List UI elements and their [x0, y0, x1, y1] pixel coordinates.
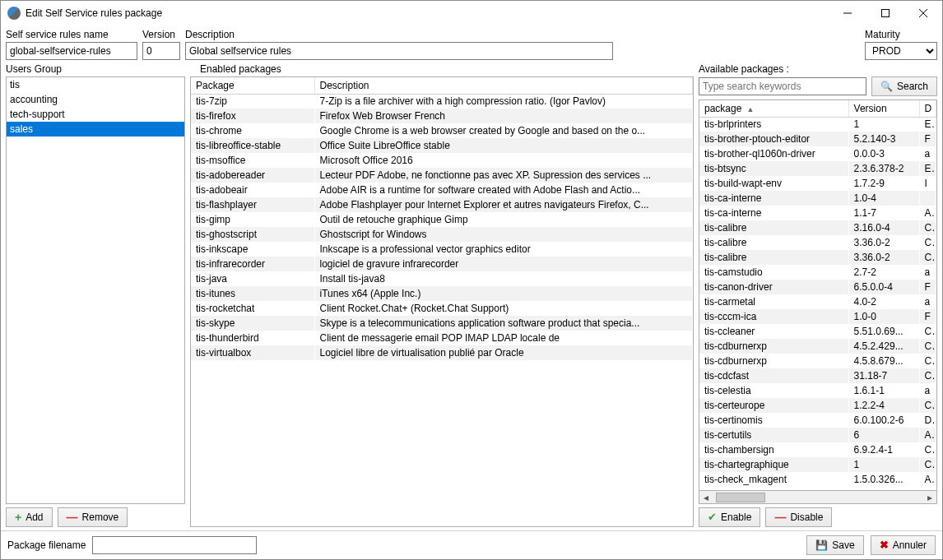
version-label: Version: [142, 29, 180, 40]
header-fields: Self service rules name Version Descript…: [1, 25, 942, 62]
table-row[interactable]: tis-check_mkagent1.5.0.326...A: [699, 472, 936, 487]
enabled-packages-label: Enabled packages: [190, 62, 694, 76]
maturity-select[interactable]: PROD: [865, 42, 937, 60]
table-row[interactable]: tis-certutils6A: [699, 428, 936, 442]
table-row[interactable]: tis-celestia1.6.1-1a: [699, 383, 936, 398]
col-avail-version[interactable]: Version: [848, 100, 919, 117]
footer: Package filename 💾 Save ✖ Annuler: [1, 530, 942, 559]
table-row[interactable]: tis-brother-ptouch-editor5.2.140-3F: [699, 132, 936, 146]
table-row[interactable]: tis-calibre3.16.0-4C: [699, 220, 936, 235]
name-label: Self service rules name: [6, 29, 137, 40]
scroll-right-icon[interactable]: ▸: [923, 492, 936, 503]
table-row[interactable]: tis-7zip7-Zip is a file archiver with a …: [191, 94, 693, 109]
table-row[interactable]: tis-msofficeMicrosoft Office 2016: [191, 153, 693, 168]
check-icon: ✔: [708, 513, 717, 521]
table-row[interactable]: tis-calibre3.36.0-2C: [699, 235, 936, 250]
table-row[interactable]: tis-virtualboxLogiciel libre de virtuali…: [191, 345, 693, 360]
table-row[interactable]: tis-cccm-ica1.0-0F: [699, 309, 936, 324]
table-row[interactable]: tis-javaInstall tis-java8: [191, 271, 693, 286]
table-row[interactable]: tis-ccleaner5.51.0.69...C: [699, 324, 936, 339]
table-row[interactable]: tis-rocketchatClient Rocket.Chat+ (Rocke…: [191, 301, 693, 316]
table-row[interactable]: tis-canon-driver6.5.0.0-4F: [699, 280, 936, 294]
table-row[interactable]: tis-build-wapt-env1.7.2-9I: [699, 176, 936, 191]
table-row[interactable]: tis-certeurope1.2.2-4C: [699, 398, 936, 413]
plus-icon: +: [15, 513, 21, 521]
maximize-button[interactable]: [866, 1, 904, 25]
svg-rect-1: [882, 10, 890, 17]
table-row[interactable]: tis-chromeGoogle Chrome is a web browser…: [191, 123, 693, 138]
col-avail-d[interactable]: D: [919, 100, 936, 117]
col-package[interactable]: Package: [191, 77, 314, 94]
add-button[interactable]: + Add: [6, 507, 53, 527]
table-row[interactable]: tis-inkscapeInkscape is a professional v…: [191, 242, 693, 257]
table-row[interactable]: tis-cdcfast31.18-7C: [699, 368, 936, 383]
table-row[interactable]: tis-thunderbirdClient de messagerie emai…: [191, 331, 693, 345]
table-row[interactable]: tis-chambersign6.9.2.4-1C: [699, 442, 936, 457]
save-icon: 💾: [815, 541, 828, 549]
minus-icon: —: [67, 513, 78, 521]
available-packages-table[interactable]: package Version D tis-brlprinters1Etis-b…: [699, 100, 937, 491]
table-row[interactable]: tis-chartegraphique1C: [699, 457, 936, 472]
table-row[interactable]: tis-ca-interne1.0-4: [699, 191, 936, 206]
table-row[interactable]: tis-calibre3.36.0-2C: [699, 250, 936, 265]
disable-button[interactable]: — Disable: [765, 507, 832, 527]
table-row[interactable]: tis-ca-interne1.1-7A: [699, 206, 936, 220]
maturity-label: Maturity: [865, 29, 937, 40]
users-group-label: Users Group: [6, 62, 185, 76]
table-row[interactable]: tis-adobereaderLecteur PDF Adobe, ne fon…: [191, 168, 693, 183]
users-group-item[interactable]: sales: [7, 122, 184, 137]
table-row[interactable]: tis-carmetal4.0-2a: [699, 294, 936, 309]
minimize-button[interactable]: [829, 1, 866, 25]
users-group-item[interactable]: accounting: [7, 92, 184, 107]
name-input[interactable]: [6, 42, 137, 60]
table-row[interactable]: tis-firefoxFirefox Web Browser French: [191, 109, 693, 123]
table-row[interactable]: tis-cdburnerxp4.5.8.679...C: [699, 354, 936, 368]
search-icon: 🔍: [880, 82, 893, 90]
app-icon: [7, 7, 21, 20]
table-row[interactable]: tis-brother-ql1060n-driver0.0.0-3a: [699, 146, 936, 161]
scroll-thumb[interactable]: [716, 493, 765, 502]
save-button[interactable]: 💾 Save: [806, 535, 863, 555]
description-input[interactable]: [185, 42, 613, 60]
users-group-item[interactable]: tech-support: [7, 107, 184, 122]
enabled-packages-table[interactable]: Package Description tis-7zip7-Zip is a f…: [190, 76, 694, 527]
available-packages-label: Available packages :: [699, 62, 937, 76]
users-group-item[interactable]: tis: [7, 77, 184, 92]
table-row[interactable]: tis-infrarecorderlogiciel de gravure inf…: [191, 257, 693, 271]
table-row[interactable]: tis-itunesiTunes x64 (Apple Inc.): [191, 286, 693, 301]
col-avail-package[interactable]: package: [699, 100, 848, 117]
cancel-icon: ✖: [880, 541, 889, 549]
table-row[interactable]: tis-ghostscriptGhostscript for Windows: [191, 227, 693, 242]
horizontal-scrollbar[interactable]: ◂ ▸: [699, 491, 937, 504]
table-row[interactable]: tis-certinomis6.0.100.2-6D: [699, 413, 936, 428]
table-row[interactable]: tis-flashplayerAdobe Flashplayer pour In…: [191, 197, 693, 212]
version-input[interactable]: [142, 42, 180, 60]
users-group-list[interactable]: tisaccountingtech-supportsales: [6, 76, 185, 504]
table-row[interactable]: tis-libreoffice-stableOffice Suite Libre…: [191, 138, 693, 153]
window-title: Edit Self Service rules package: [26, 7, 162, 19]
table-row[interactable]: tis-gimpOutil de retouche graphique Gimp: [191, 212, 693, 227]
table-row[interactable]: tis-cdburnerxp4.5.2.429...C: [699, 339, 936, 354]
package-filename-label: Package filename: [7, 539, 86, 551]
col-description[interactable]: Description: [314, 77, 693, 94]
titlebar: Edit Self Service rules package: [1, 1, 942, 25]
table-row[interactable]: tis-brlprinters1E: [699, 117, 936, 132]
enable-button[interactable]: ✔ Enable: [699, 507, 760, 527]
table-row[interactable]: tis-btsync2.3.6.378-2E: [699, 161, 936, 176]
table-row[interactable]: tis-camstudio2.7-2a: [699, 265, 936, 280]
search-button[interactable]: 🔍 Search: [871, 76, 937, 96]
table-row[interactable]: tis-skypeSkype is a telecommunications a…: [191, 316, 693, 331]
remove-button[interactable]: — Remove: [58, 507, 128, 527]
description-label: Description: [185, 29, 613, 40]
table-row[interactable]: tis-adobeairAdobe AIR is a runtime for s…: [191, 183, 693, 197]
cancel-button[interactable]: ✖ Annuler: [871, 535, 936, 555]
package-filename-input[interactable]: [92, 536, 257, 554]
search-input[interactable]: [699, 77, 866, 95]
close-button[interactable]: [904, 1, 942, 25]
scroll-left-icon[interactable]: ◂: [699, 492, 713, 503]
minus-icon: —: [774, 513, 786, 521]
